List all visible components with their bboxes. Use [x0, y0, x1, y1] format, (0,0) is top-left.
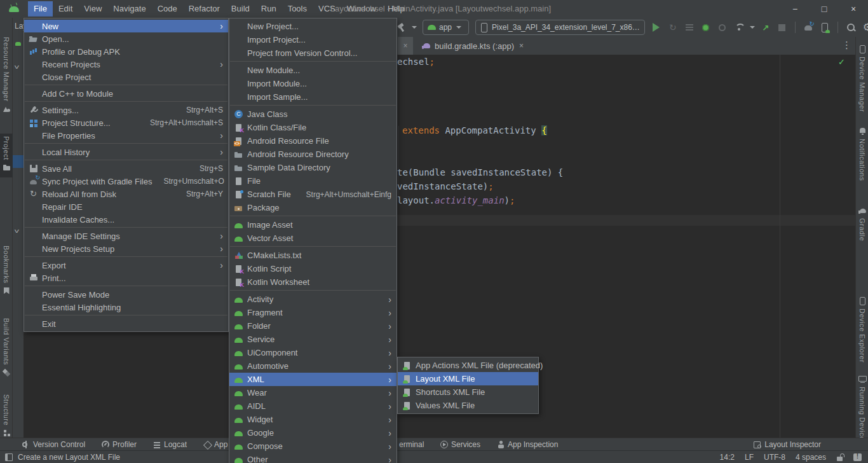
toolwindow-erminal[interactable]: erminal: [399, 438, 424, 451]
tool-strip-device-explorer[interactable]: Device Explorer: [856, 294, 868, 363]
toolwindow-app-inspection[interactable]: App Inspection: [497, 438, 558, 451]
tool-strip-build-variants[interactable]: Build Variants: [0, 318, 13, 380]
toolwindow-services[interactable]: Services: [440, 438, 480, 451]
tab-close-icon[interactable]: ×: [519, 41, 524, 50]
menu-tools[interactable]: Tools: [282, 1, 313, 17]
tool-strip-running-devices[interactable]: Running Devices: [856, 372, 868, 445]
sync-gradle-button[interactable]: [801, 20, 816, 35]
chevron-expand-icon[interactable]: v: [15, 228, 19, 234]
menu-item-exit[interactable]: Exit: [24, 317, 228, 330]
hidden-tab-close-button[interactable]: ×: [398, 37, 413, 55]
menu-item-local-history[interactable]: Local History›: [24, 146, 228, 158]
menu-item-android-resource-directory[interactable]: Android Resource Directory: [229, 148, 397, 161]
menu-item-automotive[interactable]: Automotive›: [229, 359, 397, 373]
apply-code-changes-button[interactable]: [682, 20, 697, 35]
menu-item-import-project[interactable]: Import Project...: [229, 33, 397, 46]
menu-item-import-module[interactable]: Import Module...: [229, 77, 397, 90]
profile-low-overhead-button[interactable]: ↗: [758, 20, 773, 35]
menu-item-fragment[interactable]: Fragment›: [229, 306, 397, 319]
menu-item-shortcuts-xml-file[interactable]: Shortcuts XML File: [398, 385, 538, 399]
chevron-expand-icon[interactable]: v: [15, 64, 19, 70]
menu-item-add-c-to-module[interactable]: Add C++ to Module: [24, 87, 228, 100]
menu-item-android-resource-file[interactable]: Android Resource File: [229, 134, 397, 148]
menu-item-export[interactable]: Export›: [24, 259, 228, 272]
inspections-ok-icon[interactable]: ✓: [838, 57, 845, 67]
menu-code[interactable]: Code: [152, 1, 183, 17]
menu-item-wear[interactable]: Wear›: [229, 386, 397, 399]
debug-button[interactable]: [698, 20, 714, 35]
menu-item-values-xml-file[interactable]: Values XML File: [398, 399, 538, 412]
module-select[interactable]: app: [423, 20, 469, 35]
menu-item-vector-asset[interactable]: Vector Asset: [229, 232, 397, 245]
menu-item-open[interactable]: Open...: [24, 32, 228, 45]
menu-item-kotlin-script[interactable]: Kotlin Script: [229, 262, 397, 275]
tool-strip-device-manager[interactable]: Device Manager: [856, 42, 868, 112]
close-button[interactable]: ×: [839, 0, 868, 18]
menu-item-project-from-version-control[interactable]: Project from Version Control...: [229, 46, 397, 60]
menu-build[interactable]: Build: [226, 1, 255, 17]
tool-strip-project[interactable]: Project: [0, 134, 13, 177]
chevron-down-icon[interactable]: [412, 26, 417, 29]
menu-navigate[interactable]: Navigate: [107, 1, 151, 17]
menu-item-aidl[interactable]: AIDL›: [229, 399, 397, 413]
menu-item-other[interactable]: Other›: [229, 453, 397, 463]
menu-item-file[interactable]: File: [229, 174, 397, 188]
menu-item-repair-ide[interactable]: Repair IDE: [24, 200, 228, 213]
tab-build-gradle[interactable]: build.gradle.kts (:app) ×: [416, 37, 529, 55]
tool-strip-structure[interactable]: Structure: [0, 394, 13, 440]
toolwindow-logcat[interactable]: Logcat: [153, 438, 187, 451]
stop-button[interactable]: [775, 20, 790, 35]
menu-item-service[interactable]: Service›: [229, 333, 397, 346]
profiler-button[interactable]: [715, 20, 730, 35]
menu-item-layout-xml-file[interactable]: Layout XML File: [398, 372, 538, 385]
menu-item-kotlin-class-file[interactable]: Kotlin Class/File: [229, 121, 397, 134]
menu-item-new-projects-setup[interactable]: New Projects Setup›: [24, 242, 228, 255]
run-button[interactable]: [649, 20, 664, 35]
menu-item-essential-highlighting[interactable]: Essential Highlighting: [24, 301, 228, 314]
toolwindow-profiler[interactable]: Profiler: [102, 438, 137, 451]
menu-item-new-project[interactable]: New Project...: [229, 20, 397, 33]
unlock-icon[interactable]: [836, 453, 843, 461]
tool-strip-gradle[interactable]: Gradle: [856, 204, 868, 241]
menu-item-project-structure[interactable]: Project Structure...Strg+Alt+Umschalt+S: [24, 116, 228, 129]
tool-strip-resource-manager[interactable]: Resource Manager: [0, 37, 13, 116]
minimize-button[interactable]: −: [780, 0, 810, 18]
notifications-icon[interactable]: [853, 453, 862, 461]
settings-button[interactable]: ⚙: [860, 20, 868, 35]
menu-item-java-class[interactable]: Java Class: [229, 107, 397, 121]
menu-item-xml[interactable]: XML›: [229, 373, 397, 386]
menu-item-compose[interactable]: Compose›: [229, 439, 397, 453]
menu-item-close-project[interactable]: Close Project: [24, 71, 228, 83]
menu-item-print[interactable]: Print...: [24, 272, 228, 284]
indent-setting[interactable]: 4 spaces: [796, 453, 826, 462]
menu-item-activity[interactable]: Activity›: [229, 293, 397, 306]
menu-item-import-sample[interactable]: Import Sample...: [229, 90, 397, 104]
device-manager-button[interactable]: [817, 20, 832, 35]
menu-item-scratch-file[interactable]: Scratch FileStrg+Alt+Umschalt+Einfg: [229, 188, 397, 201]
menu-item-widget[interactable]: Widget›: [229, 413, 397, 426]
menu-refactor[interactable]: Refactor: [183, 1, 226, 17]
maximize-button[interactable]: □: [810, 0, 839, 18]
menu-item-image-asset[interactable]: Image Asset: [229, 218, 397, 232]
selected-tree-row[interactable]: [13, 155, 24, 168]
menu-item-sample-data-directory[interactable]: Sample Data Directory: [229, 161, 397, 174]
menu-item-power-save-mode[interactable]: Power Save Mode: [24, 288, 228, 301]
menu-item-reload-all-from-disk[interactable]: Reload All from DiskStrg+Alt+Y: [24, 188, 228, 200]
menu-item-app-actions-xml-file-deprecated[interactable]: App Actions XML File (deprecated): [398, 359, 538, 372]
tool-strip-notifications[interactable]: Notifications: [856, 124, 868, 181]
more-tabs-icon[interactable]: ⋮: [842, 39, 851, 51]
menu-item-sync-project-with-gradle-files[interactable]: Sync Project with Gradle FilesStrg+Umsch…: [24, 175, 228, 188]
menu-item-recent-projects[interactable]: Recent Projects›: [24, 58, 228, 71]
menu-item-file-properties[interactable]: File Properties›: [24, 129, 228, 142]
menu-item-google[interactable]: Google›: [229, 426, 397, 439]
apply-changes-button[interactable]: ↻: [665, 20, 681, 35]
menu-item-cmakelists-txt[interactable]: CMakeLists.txt: [229, 249, 397, 262]
menu-item-new-module[interactable]: New Module...: [229, 64, 397, 77]
menu-item-kotlin-worksheet[interactable]: Kotlin Worksheet: [229, 275, 397, 289]
menu-file[interactable]: File: [28, 1, 53, 17]
menu-item-uicomponent[interactable]: UiComponent›: [229, 346, 397, 359]
search-everywhere-button[interactable]: [843, 20, 858, 35]
toolwindow-layout-inspector[interactable]: Layout Inspector: [754, 438, 821, 451]
toolwindow-version-control[interactable]: Version Control: [22, 438, 85, 451]
attach-debugger-button[interactable]: [731, 20, 747, 35]
